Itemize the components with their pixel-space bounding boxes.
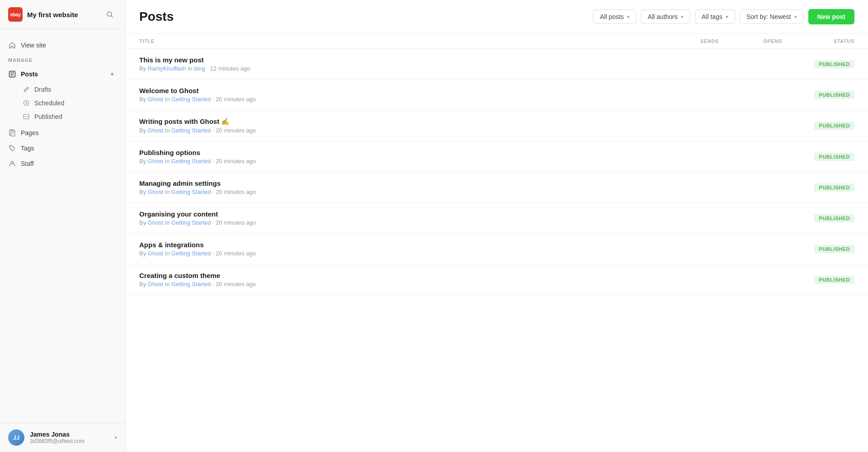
status-badge: PUBLISHED	[814, 184, 854, 192]
sidebar-item-staff[interactable]: Staff	[0, 156, 125, 171]
post-tag[interactable]: blog	[194, 65, 205, 72]
post-meta: By Ghost in Getting Started · 20 minutes…	[139, 158, 656, 165]
posts-sub-nav: Drafts Scheduled Published	[0, 83, 125, 123]
sidebar-item-published[interactable]: Published	[14, 110, 125, 123]
post-status-cell: PUBLISHED	[782, 214, 854, 222]
post-tag[interactable]: Getting Started	[171, 96, 211, 103]
post-time: 20 minutes ago	[216, 127, 256, 134]
sidebar-header: ebay My first website	[0, 0, 125, 29]
post-tag[interactable]: Getting Started	[171, 219, 211, 226]
post-status-cell: PUBLISHED	[782, 276, 854, 284]
home-icon	[8, 41, 16, 49]
post-tag[interactable]: Getting Started	[171, 188, 211, 195]
post-info: Creating a custom theme By Ghost in Gett…	[139, 272, 656, 287]
all-posts-filter[interactable]: All posts ▾	[593, 9, 637, 24]
table-row[interactable]: This is my new post By RamyKhuffash in b…	[126, 49, 868, 80]
posts-list: This is my new post By RamyKhuffash in b…	[126, 49, 868, 295]
chevron-down-icon: ▾	[726, 14, 728, 20]
post-status-cell: PUBLISHED	[782, 184, 854, 192]
post-meta: By Ghost in Getting Started · 20 minutes…	[139, 219, 656, 226]
col-opens-header: OPENS	[719, 38, 782, 44]
table-row[interactable]: Writing posts with Ghost ✍️ By Ghost in …	[126, 110, 868, 141]
main-header: Posts All posts ▾ All authors ▾ All tags…	[126, 0, 868, 34]
table-row[interactable]: Managing admin settings By Ghost in Gett…	[126, 172, 868, 203]
post-author[interactable]: Ghost	[148, 188, 164, 195]
sidebar-item-tags[interactable]: Tags	[0, 141, 125, 156]
status-badge: PUBLISHED	[814, 276, 854, 284]
brand-name: My first website	[27, 11, 78, 19]
published-icon	[23, 113, 30, 120]
post-author[interactable]: Ghost	[148, 219, 164, 226]
avatar: JJ	[8, 429, 24, 446]
post-tag[interactable]: Getting Started	[171, 158, 211, 165]
table-row[interactable]: Publishing options By Ghost in Getting S…	[126, 141, 868, 172]
post-info: This is my new post By RamyKhuffash in b…	[139, 56, 656, 72]
sidebar-item-label-staff: Staff	[21, 160, 34, 167]
add-post-button[interactable]: +	[107, 69, 117, 79]
col-title-header: TITLE	[139, 38, 656, 44]
footer-user-info: James Jonas 3d3883f5@uifeed.com	[30, 431, 109, 444]
post-tag[interactable]: Getting Started	[171, 281, 211, 287]
post-author[interactable]: Ghost	[148, 250, 164, 257]
chevron-down-icon: ▾	[627, 14, 630, 20]
search-button[interactable]	[103, 7, 117, 22]
post-title: Welcome to Ghost	[139, 87, 656, 94]
post-time: 20 minutes ago	[216, 188, 256, 195]
all-authors-filter[interactable]: All authors ▾	[641, 9, 690, 24]
sidebar-item-view-site[interactable]: View site	[0, 38, 125, 53]
sort-filter[interactable]: Sort by: Newest ▾	[740, 9, 804, 24]
post-info: Writing posts with Ghost ✍️ By Ghost in …	[139, 118, 656, 134]
col-status-header: STATUS	[782, 38, 854, 44]
sidebar-nav: View site MANAGE Posts + Drafts S	[0, 29, 125, 423]
post-author[interactable]: Ghost	[148, 281, 164, 287]
sidebar-item-label-view-site: View site	[21, 42, 46, 49]
brand-logo-area[interactable]: ebay My first website	[8, 7, 78, 22]
new-post-button[interactable]: New post	[808, 9, 854, 24]
post-info: Managing admin settings By Ghost in Gett…	[139, 179, 656, 195]
footer-user-email: 3d3883f5@uifeed.com	[30, 438, 109, 444]
svg-line-8	[26, 104, 28, 104]
post-status-cell: PUBLISHED	[782, 122, 854, 130]
post-tag[interactable]: Getting Started	[171, 127, 211, 134]
post-author[interactable]: Ghost	[148, 158, 164, 165]
chevron-down-icon: ▾	[681, 14, 684, 20]
sidebar-item-scheduled[interactable]: Scheduled	[14, 96, 125, 110]
manage-section-label: MANAGE	[0, 57, 125, 63]
post-author[interactable]: Ghost	[148, 96, 164, 103]
post-title: Organising your content	[139, 210, 656, 218]
post-time: 20 minutes ago	[216, 158, 256, 165]
post-author[interactable]: Ghost	[148, 127, 164, 134]
drafts-icon	[23, 86, 30, 93]
sidebar: ebay My first website View site MANAGE P…	[0, 0, 126, 452]
sidebar-item-label-posts: Posts	[21, 71, 38, 78]
brand-logo-icon: ebay	[8, 7, 23, 22]
table-row[interactable]: Organising your content By Ghost in Gett…	[126, 203, 868, 234]
sidebar-item-pages[interactable]: Pages	[0, 125, 125, 141]
sidebar-item-label-scheduled: Scheduled	[34, 99, 64, 107]
sidebar-item-label-pages: Pages	[21, 129, 39, 137]
table-row[interactable]: Apps & integrations By Ghost in Getting …	[126, 234, 868, 264]
all-tags-filter[interactable]: All tags ▾	[695, 9, 735, 24]
table-header: TITLE SENDS OPENS STATUS	[126, 34, 868, 49]
post-info: Publishing options By Ghost in Getting S…	[139, 149, 656, 165]
sidebar-item-label-drafts: Drafts	[34, 86, 51, 93]
tags-icon	[8, 144, 16, 152]
post-status-cell: PUBLISHED	[782, 60, 854, 68]
user-profile-footer[interactable]: JJ James Jonas 3d3883f5@uifeed.com ▾	[0, 423, 125, 452]
page-title: Posts	[139, 9, 174, 24]
post-status-cell: PUBLISHED	[782, 245, 854, 253]
table-row[interactable]: Creating a custom theme By Ghost in Gett…	[126, 264, 868, 295]
table-row[interactable]: Welcome to Ghost By Ghost in Getting Sta…	[126, 80, 868, 110]
post-info: Welcome to Ghost By Ghost in Getting Sta…	[139, 87, 656, 103]
sidebar-item-posts[interactable]: Posts +	[0, 66, 125, 83]
post-info: Organising your content By Ghost in Gett…	[139, 210, 656, 226]
chevron-down-icon: ▾	[794, 14, 797, 20]
sidebar-item-drafts[interactable]: Drafts	[14, 83, 125, 96]
post-author[interactable]: RamyKhuffash	[148, 65, 186, 72]
status-badge: PUBLISHED	[814, 91, 854, 99]
post-time: 20 minutes ago	[216, 250, 256, 257]
clock-icon	[23, 99, 30, 107]
post-tag[interactable]: Getting Started	[171, 250, 211, 257]
footer-user-name: James Jonas	[30, 431, 109, 438]
post-info: Apps & integrations By Ghost in Getting …	[139, 241, 656, 257]
